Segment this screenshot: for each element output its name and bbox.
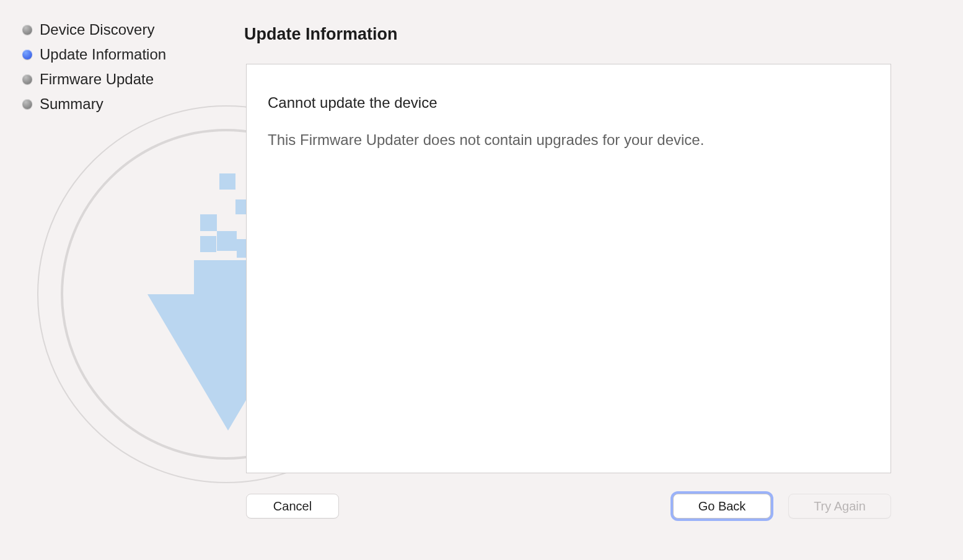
try-again-button: Try Again — [788, 494, 891, 518]
wizard-step-label: Device Discovery — [40, 21, 154, 38]
wizard-step-device-discovery: Device Discovery — [22, 21, 227, 38]
step-bullet-icon — [22, 25, 32, 35]
page-title: Update Information — [244, 25, 398, 44]
step-bullet-icon — [22, 74, 32, 84]
wizard-step-firmware-update: Firmware Update — [22, 71, 227, 88]
wizard-step-update-information: Update Information — [22, 46, 227, 63]
go-back-button[interactable]: Go Back — [673, 494, 771, 518]
wizard-step-label: Update Information — [40, 46, 166, 63]
cancel-button[interactable]: Cancel — [246, 494, 339, 518]
step-bullet-icon — [22, 50, 32, 59]
wizard-step-label: Firmware Update — [40, 71, 154, 88]
content-panel: Cannot update the device This Firmware U… — [246, 64, 891, 473]
wizard-steps-sidebar: Device Discovery Update Information Firm… — [22, 21, 227, 120]
message-body: This Firmware Updater does not contain u… — [268, 131, 869, 149]
wizard-step-label: Summary — [40, 95, 103, 113]
wizard-step-summary: Summary — [22, 95, 227, 113]
button-row: Cancel Go Back Try Again — [246, 494, 891, 518]
message-heading: Cannot update the device — [268, 94, 869, 112]
step-bullet-icon — [22, 99, 32, 109]
